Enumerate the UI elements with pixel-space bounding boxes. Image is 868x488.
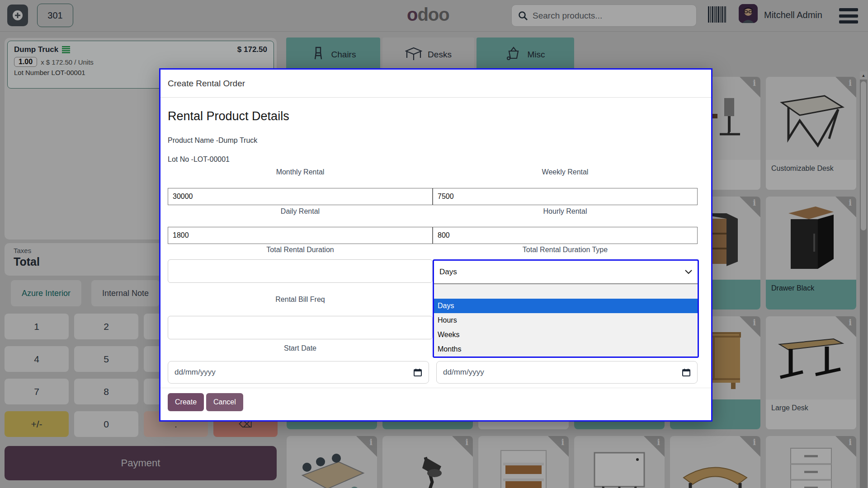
total-duration-type-label: Total Rental Duration Type <box>433 246 698 254</box>
cancel-button[interactable]: Cancel <box>206 393 243 411</box>
bill-freq-label: Rental Bill Freq <box>168 296 433 304</box>
duration-type-select[interactable]: Days DaysHoursWeeksMonths <box>433 259 699 358</box>
calendar-icon[interactable] <box>413 368 422 377</box>
monthly-rental-input[interactable] <box>168 188 433 205</box>
hourly-rental-input[interactable] <box>433 227 698 244</box>
start-date-label: Start Date <box>168 344 433 352</box>
dialog-title: Create Rental Order <box>168 79 245 89</box>
monthly-rental-label: Monthly Rental <box>168 168 433 176</box>
weekly-rental-input[interactable] <box>433 188 698 205</box>
section-title: Rental Product Details <box>168 109 289 123</box>
calendar-icon[interactable] <box>682 368 691 377</box>
dialog-footer-divider <box>160 388 711 388</box>
total-duration-input[interactable] <box>168 259 433 283</box>
duration-type-option-months[interactable]: Months <box>434 342 698 357</box>
duration-type-option-weeks[interactable]: Weeks <box>434 328 698 342</box>
dialog-header: Create Rental Order <box>160 70 711 98</box>
duration-type-selected-value[interactable]: Days <box>434 261 698 283</box>
daily-rental-label: Daily Rental <box>168 207 433 216</box>
duration-type-option-blank[interactable] <box>434 284 698 299</box>
bill-freq-input[interactable] <box>168 316 433 339</box>
total-duration-label: Total Rental Duration <box>168 246 433 254</box>
weekly-rental-label: Weekly Rental <box>433 168 698 176</box>
end-date-input[interactable]: dd/mm/yyyy <box>436 361 698 384</box>
hourly-rental-label: Hourly Rental <box>433 207 698 216</box>
start-date-input[interactable]: dd/mm/yyyy <box>168 361 429 384</box>
create-button[interactable]: Create <box>168 393 204 411</box>
duration-type-option-days[interactable]: Days <box>434 299 698 313</box>
create-rental-order-dialog: Create Rental Order Rental Product Detai… <box>159 68 712 422</box>
duration-type-option-hours[interactable]: Hours <box>434 313 698 328</box>
daily-rental-input[interactable] <box>168 227 433 244</box>
product-name-line: Product Name -Dump Truck <box>168 136 257 145</box>
chevron-down-icon <box>685 270 692 274</box>
lot-line: Lot No -LOT-00001 <box>168 155 230 164</box>
duration-type-options: DaysHoursWeeksMonths <box>434 283 698 357</box>
